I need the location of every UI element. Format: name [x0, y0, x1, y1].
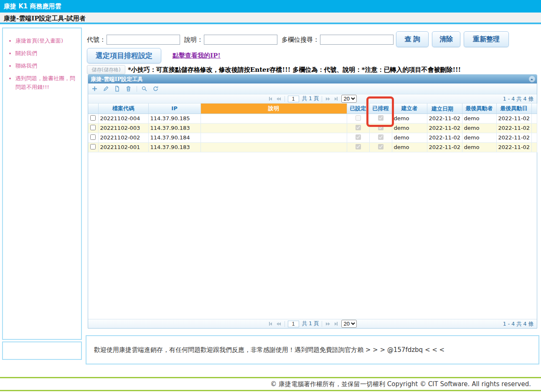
last-page-icon[interactable]	[334, 322, 338, 326]
cell-code[interactable]: 20221102-004	[98, 114, 148, 123]
cell-creator[interactable]: demo	[392, 114, 427, 123]
first-page-icon[interactable]	[268, 97, 273, 101]
sidebar-item[interactable]: 康捷首頁(登入畫面)	[15, 37, 77, 45]
cell-modified-date[interactable]: 2022-11-02	[496, 114, 531, 123]
page-root: 康捷 K1 商務應用雲 康捷-雲端IP設定工具-試用者 康捷首頁(登入畫面)關於…	[0, 0, 541, 392]
cell-desc[interactable]	[201, 114, 347, 123]
toolbar-separator	[137, 86, 137, 92]
cell-filler[interactable]	[531, 123, 537, 133]
scheduled-checkbox	[378, 125, 384, 130]
table-row: 20221102-001114.37.90.183demo2022-11-02d…	[88, 142, 537, 152]
grid-toolbar	[88, 83, 537, 94]
grid-empty-area	[88, 152, 537, 319]
page-title: 康捷-雲端IP設定工具-試用者	[4, 15, 86, 22]
prev-page-icon[interactable]	[276, 97, 282, 101]
collapse-icon[interactable]	[529, 76, 535, 82]
cell-creator[interactable]: demo	[392, 123, 427, 133]
select-all-header[interactable]	[88, 104, 98, 114]
query-button[interactable]: 查 詢	[396, 31, 429, 47]
page-size-select[interactable]: 20	[341, 320, 357, 328]
cell-created-date[interactable]: 2022-11-02	[427, 123, 462, 133]
cell-code[interactable]: 20221102-002	[98, 133, 148, 142]
first-page-icon[interactable]	[268, 322, 273, 326]
col-header-scheduled[interactable]: 已排程	[369, 104, 392, 114]
cell-ip[interactable]: 114.37.90.183	[148, 123, 201, 133]
col-header-configured[interactable]: 已設定	[347, 104, 369, 114]
code-input[interactable]	[107, 35, 180, 45]
cell-creator[interactable]: demo	[392, 142, 427, 152]
col-header-desc[interactable]: 說明	[201, 104, 347, 114]
schedule-setting-button[interactable]: 選定項目排程設定	[87, 48, 161, 63]
tip-row: 儲存(儲存格) *小技巧：可直接點儲存格修改，修改後請按Enter存檔!!! 多…	[87, 64, 461, 75]
cell-desc[interactable]	[201, 123, 347, 133]
configured-checkbox	[356, 134, 361, 140]
cell-created-date[interactable]: 2022-11-02	[427, 114, 462, 123]
cell-modified-date[interactable]: 2022-11-02	[496, 123, 531, 133]
welcome-message-box: 歡迎使用康捷雲端進銷存，有任何問題歡迎跟我們反應，非常感謝使用！遇到問題免費諮詢…	[86, 335, 539, 364]
cell-code[interactable]: 20221102-001	[98, 142, 148, 152]
col-header-modified[interactable]: 最後異動日	[496, 104, 531, 114]
grid-panel: 康捷-雲端IP設定工具	[88, 74, 537, 329]
col-header-creator[interactable]: 建立者	[392, 104, 427, 114]
refresh-button[interactable]: 重新整理	[464, 31, 509, 47]
cell-filler[interactable]	[531, 133, 537, 142]
cell-filler[interactable]	[531, 142, 537, 152]
cell-ip[interactable]: 114.37.90.184	[148, 133, 201, 142]
cell-ip[interactable]: 114.37.90.185	[148, 114, 201, 123]
cell-created-date[interactable]: 2022-11-02	[427, 142, 462, 152]
col-header-code[interactable]: 檔案代碼	[98, 104, 148, 114]
cell-modifier[interactable]: demo	[462, 133, 496, 142]
desc-label: 說明：	[184, 36, 203, 44]
col-header-created[interactable]: 建立日期	[427, 104, 462, 114]
cell-desc[interactable]	[201, 142, 347, 152]
cell-modified-date[interactable]: 2022-11-02	[496, 133, 531, 142]
add-icon[interactable]	[91, 86, 98, 92]
row-select-checkbox[interactable]	[90, 125, 96, 130]
copyright-bar: © 康捷電腦著作權所有，並保留一切權利 Copyright © CIT Soft…	[0, 377, 541, 391]
col-header-ip[interactable]: IP	[148, 104, 201, 114]
save-cell-button: 儲存(儲存格)	[87, 65, 125, 74]
page-number-input[interactable]	[288, 321, 299, 327]
configured-checkbox	[356, 125, 361, 130]
cell-modifier[interactable]: demo	[462, 142, 496, 152]
view-icon[interactable]	[114, 86, 120, 92]
grid-panel-title: 康捷-雲端IP設定工具	[91, 76, 143, 82]
edit-icon[interactable]	[103, 86, 109, 92]
cell-desc[interactable]	[201, 133, 347, 142]
cell-creator[interactable]: demo	[392, 133, 427, 142]
cell-scheduled-checkbox	[369, 133, 392, 142]
reload-icon[interactable]	[152, 86, 159, 92]
delete-icon[interactable]	[125, 86, 132, 92]
search-icon[interactable]	[141, 86, 147, 92]
cell-created-date[interactable]: 2022-11-02	[427, 133, 462, 142]
sidebar-item[interactable]: 關於我們	[15, 49, 77, 58]
sidebar-item[interactable]: 遇到問題，臉書社團，問問題不用錢!!!	[15, 74, 77, 91]
code-label: 代號：	[87, 36, 106, 44]
cell-modified-date[interactable]: 2022-11-02	[496, 142, 531, 152]
multi-search-label: 多欄位搜尋：	[282, 36, 319, 44]
sidebar-item[interactable]: 聯絡我們	[15, 62, 77, 70]
sort-icon	[455, 104, 457, 110]
row-select-checkbox[interactable]	[90, 134, 96, 140]
row-select-checkbox[interactable]	[90, 144, 96, 149]
desc-input[interactable]	[204, 35, 277, 45]
cell-code[interactable]: 20221102-003	[98, 123, 148, 133]
table-header-row: 檔案代碼 IP 說明 已設定 已排程 建立者 建立日期 最後異動者 最後異動日	[88, 104, 537, 114]
page-number-input[interactable]	[288, 96, 299, 102]
next-page-icon[interactable]	[325, 322, 331, 326]
prev-page-icon[interactable]	[276, 322, 282, 326]
cell-ip[interactable]: 114.37.90.183	[148, 142, 201, 152]
cell-filler[interactable]	[531, 114, 537, 123]
page-size-select[interactable]: 20	[341, 95, 357, 103]
cell-configured-checkbox	[347, 142, 369, 152]
cell-modifier[interactable]: demo	[462, 123, 496, 133]
check-my-ip-link[interactable]: 點擊查看我的IP!	[173, 52, 221, 60]
cell-modifier[interactable]: demo	[462, 114, 496, 123]
welcome-message: 歡迎使用康捷雲端進銷存，有任何問題歡迎跟我們反應，非常感謝使用！遇到問題免費諮詢…	[94, 346, 444, 354]
multi-search-input[interactable]	[320, 35, 394, 45]
row-select-checkbox[interactable]	[90, 115, 96, 121]
next-page-icon[interactable]	[325, 97, 331, 101]
col-header-modifier[interactable]: 最後異動者	[462, 104, 496, 114]
clear-button[interactable]: 清除	[432, 31, 460, 47]
last-page-icon[interactable]	[334, 97, 338, 101]
